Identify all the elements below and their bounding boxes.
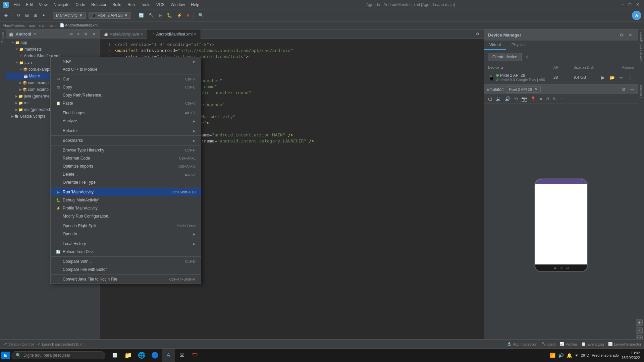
emu-more-btn[interactable]: ⋯ bbox=[559, 96, 566, 102]
project-settings-btn[interactable]: ⚙ bbox=[83, 31, 89, 37]
emulator-settings-btn[interactable]: ⚙ bbox=[620, 86, 628, 93]
event-log-btn[interactable]: 📋 Event Log bbox=[581, 342, 604, 346]
tree-item-manifests[interactable]: ▼ 📁 manifests bbox=[6, 46, 100, 53]
ctx-override-type[interactable]: Override File Type bbox=[51, 178, 201, 186]
stop-button[interactable]: ■ bbox=[185, 12, 191, 19]
emu-vol-down-btn[interactable]: 🔉 bbox=[495, 96, 502, 102]
emu-location-btn[interactable]: 📍 bbox=[529, 96, 537, 102]
notification-icon[interactable]: 🔔 bbox=[567, 353, 572, 358]
build-btn[interactable]: 🔨 bbox=[147, 12, 156, 19]
search-everywhere[interactable]: 🔍 bbox=[197, 12, 205, 19]
device-manager-settings-btn[interactable]: ⚙ bbox=[618, 32, 626, 39]
ctx-run-mainactivity[interactable]: ▶Run 'MainActivity' Ctrl+Shift+F10 bbox=[51, 188, 201, 196]
run-config-dropdown[interactable]: MainActivity ▼ bbox=[53, 12, 86, 19]
ctx-paste[interactable]: 📋Paste Ctrl+V bbox=[51, 99, 201, 107]
ctx-debug-mainactivity[interactable]: 🐛Debug 'MainActivity' bbox=[51, 196, 201, 204]
menu-vcs[interactable]: VCS bbox=[154, 2, 167, 8]
menu-edit[interactable]: Edit bbox=[23, 2, 36, 8]
ctx-reload-disk[interactable]: 🔄Reload from Disk bbox=[51, 248, 201, 256]
debug-button[interactable]: 🐛 bbox=[165, 12, 174, 19]
run-button[interactable]: ▶ bbox=[157, 12, 164, 19]
ctx-copy[interactable]: ⧉Copy Ctrl+C bbox=[51, 83, 201, 91]
tree-item-app[interactable]: ▼ 📁 app bbox=[6, 39, 100, 46]
device-manager-hide-btn[interactable]: ✕ bbox=[627, 32, 634, 39]
device-tab-physical[interactable]: Physical bbox=[506, 41, 532, 50]
profiler-btn[interactable]: 📊 Profiler bbox=[559, 342, 577, 346]
menu-file[interactable]: File bbox=[11, 2, 22, 8]
app-inspection-btn[interactable]: 🔬 App Inspection bbox=[507, 342, 537, 346]
device-help-button[interactable]: ? bbox=[524, 54, 530, 61]
emu-back-btn[interactable]: ↺ bbox=[544, 96, 550, 102]
bc-item-2[interactable]: app bbox=[29, 23, 35, 27]
taskbar-app-androidstudio[interactable]: A bbox=[162, 349, 175, 362]
ctx-local-history[interactable]: Local History ▶ bbox=[51, 240, 201, 248]
tab-close-icon[interactable]: ✕ bbox=[194, 32, 197, 36]
device-tab-virtual[interactable]: Virtual bbox=[484, 41, 506, 50]
menu-build[interactable]: Build bbox=[110, 2, 124, 8]
menu-window[interactable]: Window bbox=[168, 2, 188, 8]
profile-button[interactable]: ⚡ bbox=[175, 12, 184, 19]
ctx-copy-path[interactable]: Copy Path/Reference... bbox=[51, 91, 201, 99]
toolbar-btn-3[interactable]: ⊞ bbox=[32, 12, 39, 19]
menu-tools[interactable]: Tools bbox=[138, 2, 153, 8]
tab-androidmanifest[interactable]: 🗋 AndroidManifest.xml ✕ bbox=[147, 29, 201, 39]
zoom-out-btn[interactable]: - bbox=[636, 327, 643, 334]
menu-navigate[interactable]: Navigate bbox=[51, 2, 72, 8]
ctx-convert-kotlin[interactable]: Convert Java File to Kotlin File Ctrl+Al… bbox=[51, 275, 201, 283]
more-device-options-button[interactable]: ⋮ bbox=[626, 74, 634, 81]
emulator-device-dropdown[interactable]: Pixel 2 API 28 ✕ bbox=[506, 86, 541, 93]
ctx-browse-hierarchy[interactable]: Browse Type Hierarchy Ctrl+H bbox=[51, 146, 201, 154]
taskbar-app-edge[interactable]: 🌐 bbox=[135, 349, 148, 362]
ctx-cut[interactable]: ✂Cut Ctrl+X bbox=[51, 75, 201, 83]
tab-close-icon[interactable]: ✕ bbox=[140, 32, 143, 36]
bc-item-3[interactable]: src bbox=[39, 23, 44, 27]
menu-run[interactable]: Run bbox=[125, 2, 138, 8]
emu-power-btn[interactable]: ⏻ bbox=[487, 96, 493, 102]
project-collapse-btn[interactable]: ≡ bbox=[76, 31, 81, 37]
bc-item-1[interactable]: AluraProjetos bbox=[3, 23, 25, 27]
ctx-delete[interactable]: Delete... Excluir bbox=[51, 170, 201, 178]
build-btn[interactable]: 🔨 Build bbox=[541, 342, 555, 346]
version-control-btn[interactable]: ⎇ Version Control bbox=[3, 342, 34, 346]
menu-view[interactable]: View bbox=[36, 2, 50, 8]
menu-help[interactable]: Help bbox=[188, 2, 202, 8]
emulator-minimize-btn[interactable]: ─ bbox=[629, 86, 635, 93]
volume-icon[interactable]: 🔊 bbox=[558, 353, 564, 358]
project-locate-btn[interactable]: ⊕ bbox=[68, 31, 74, 37]
show-device-files-button[interactable]: 📂 bbox=[608, 74, 616, 81]
start-button[interactable]: ⊞ bbox=[1, 352, 10, 359]
taskbar-app-chrome[interactable]: 🔵 bbox=[148, 349, 162, 362]
toolbar-btn-4[interactable]: ✦ bbox=[40, 12, 47, 19]
ctx-add-cpp[interactable]: Add C++ to Module bbox=[51, 65, 201, 73]
ctx-new[interactable]: New ▶ bbox=[51, 57, 201, 65]
ctx-open-right-split[interactable]: Open in Right Split Shift+Enter bbox=[51, 222, 201, 230]
network-icon[interactable]: 📶 bbox=[550, 353, 555, 358]
ctx-reformat[interactable]: Reformat Code Ctrl+Alt+L bbox=[51, 154, 201, 162]
editor-settings-btn[interactable]: ⚙ bbox=[474, 31, 481, 37]
ctx-find-usages[interactable]: Find Usages Alt+F7 bbox=[51, 109, 201, 117]
taskbar-app-mail[interactable]: ✉ bbox=[175, 349, 189, 362]
taskbar-app-taskview[interactable]: ⬜ bbox=[108, 349, 121, 362]
close-button[interactable]: ✕ bbox=[634, 1, 641, 8]
toolbar-btn-2[interactable]: ⊟ bbox=[23, 12, 31, 19]
run-device-button[interactable]: ▶ bbox=[600, 74, 606, 81]
bc-item-5[interactable]: 📄 AndroidManifest.xml bbox=[60, 23, 99, 27]
device-dropdown[interactable]: 📱 Pixel 2 API 28 ▼ bbox=[89, 12, 131, 19]
launch-status-btn[interactable]: ✓ Launch succeeded (10 m... bbox=[38, 342, 87, 346]
ctx-compare-with[interactable]: Compare With... Ctrl+D bbox=[51, 257, 201, 265]
menu-refactor[interactable]: Refactor bbox=[89, 2, 109, 8]
project-panel-label[interactable]: Project bbox=[0, 31, 5, 44]
emu-vol-up-btn[interactable]: 🔊 bbox=[504, 96, 512, 102]
ctx-compare-file[interactable]: Compare File with Editor bbox=[51, 265, 201, 274]
emu-replay-btn[interactable]: ↻ bbox=[552, 96, 558, 102]
toolbar-btn-1[interactable]: ↺ bbox=[15, 12, 22, 19]
minimize-button[interactable]: ─ bbox=[619, 1, 626, 8]
bc-item-4[interactable]: main bbox=[48, 23, 56, 27]
project-icon[interactable]: ◈ bbox=[3, 12, 9, 19]
ctx-bookmarks[interactable]: Bookmarks ▶ bbox=[51, 136, 201, 144]
project-dropdown-arrow[interactable]: ▼ bbox=[33, 32, 37, 36]
sync-button[interactable]: 🔄 bbox=[137, 12, 146, 19]
emu-rotate-btn[interactable]: ⟲ bbox=[513, 96, 519, 102]
edit-device-button[interactable]: ✏ bbox=[618, 74, 625, 81]
taskbar-search[interactable]: 🔍 Digite aqui para pesquisar bbox=[11, 351, 105, 359]
